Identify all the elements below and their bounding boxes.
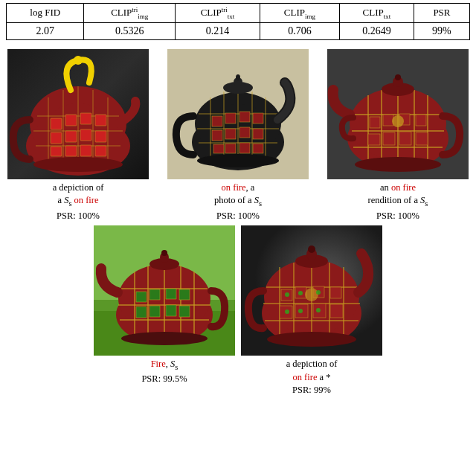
sub-txt2: txt bbox=[384, 12, 391, 19]
psr-5: PSR: 99% bbox=[292, 384, 331, 397]
cell-psr: 99% bbox=[414, 22, 469, 39]
svg-rect-19 bbox=[95, 131, 106, 142]
svg-rect-45 bbox=[239, 127, 250, 138]
images-section: a depiction of a Ss on fire PSR: 100% bbox=[0, 46, 476, 397]
svg-rect-16 bbox=[51, 132, 62, 144]
psr-3: PSR: 100% bbox=[376, 210, 419, 223]
cell-clip-txt: 0.2649 bbox=[339, 22, 414, 39]
svg-rect-46 bbox=[253, 129, 263, 139]
svg-rect-93 bbox=[166, 289, 176, 299]
red-text-4: Fire bbox=[151, 359, 166, 369]
sub-txt: txt bbox=[228, 13, 235, 20]
svg-rect-49 bbox=[239, 143, 250, 153]
teapot-svg-3 bbox=[327, 49, 469, 179]
col-header-clip-img: CLIPimg bbox=[260, 4, 339, 23]
svg-rect-70 bbox=[368, 134, 380, 145]
svg-point-126 bbox=[298, 291, 303, 295]
col-header-clip-txt: CLIPtxt bbox=[339, 4, 414, 23]
image-card-3: an on fire rendition of a Ss PSR: 100% bbox=[327, 49, 469, 222]
svg-rect-123 bbox=[330, 304, 343, 318]
svg-rect-98 bbox=[179, 306, 190, 317]
image-3 bbox=[327, 49, 469, 179]
svg-rect-72 bbox=[399, 132, 411, 145]
red-text-3: on fire bbox=[391, 182, 416, 193]
svg-rect-39 bbox=[212, 116, 222, 126]
image-5 bbox=[241, 225, 382, 356]
svg-rect-20 bbox=[51, 147, 62, 156]
image-row-top: a depiction of a Ss on fire PSR: 100% bbox=[7, 49, 469, 222]
svg-point-37 bbox=[236, 74, 240, 80]
image-1 bbox=[7, 49, 149, 179]
svg-rect-95 bbox=[136, 307, 147, 318]
svg-rect-67 bbox=[383, 115, 393, 126]
teapot-svg-4 bbox=[94, 225, 235, 356]
sub-img2: img bbox=[305, 12, 315, 19]
svg-point-65 bbox=[355, 157, 441, 172]
col-header-logfid: log FID bbox=[7, 4, 84, 23]
svg-rect-71 bbox=[383, 132, 395, 145]
svg-point-11 bbox=[33, 157, 123, 172]
svg-point-127 bbox=[316, 290, 321, 295]
col-header-clip-tri-txt: CLIPtritxt bbox=[176, 4, 260, 23]
svg-rect-42 bbox=[253, 113, 263, 123]
metrics-table: log FID CLIPtriimg CLIPtritxt CLIPimg CL… bbox=[6, 3, 470, 40]
svg-rect-119 bbox=[330, 287, 341, 298]
psr-1: PSR: 100% bbox=[57, 210, 100, 223]
svg-rect-69 bbox=[416, 115, 426, 126]
caption-4: Fire, Ss bbox=[151, 358, 178, 373]
teapot-svg-5 bbox=[241, 225, 382, 356]
svg-point-125 bbox=[285, 292, 289, 297]
svg-rect-44 bbox=[225, 129, 236, 139]
svg-point-124 bbox=[305, 288, 318, 301]
svg-point-130 bbox=[316, 308, 321, 312]
sub-img: img bbox=[138, 13, 148, 20]
svg-point-10 bbox=[74, 56, 83, 65]
svg-point-99 bbox=[121, 332, 208, 345]
svg-point-114 bbox=[308, 246, 315, 253]
svg-rect-12 bbox=[51, 118, 62, 129]
svg-rect-22 bbox=[80, 145, 91, 156]
svg-rect-96 bbox=[149, 306, 160, 317]
red-text-1: on fire bbox=[74, 195, 99, 205]
svg-rect-94 bbox=[179, 289, 190, 300]
svg-rect-50 bbox=[253, 144, 263, 153]
svg-rect-48 bbox=[225, 144, 236, 153]
svg-point-129 bbox=[298, 309, 303, 313]
caption-5: a depiction of on fire a * bbox=[286, 358, 338, 384]
svg-rect-91 bbox=[136, 292, 147, 302]
red-text-2: on fire bbox=[222, 182, 246, 193]
svg-point-128 bbox=[285, 309, 289, 314]
col-header-clip-tri-img: CLIPtriimg bbox=[84, 4, 176, 23]
image-4 bbox=[94, 225, 235, 356]
caption-2: on fire, a photo of a Ss bbox=[214, 182, 262, 210]
col-header-psr: PSR bbox=[414, 4, 469, 23]
image-card-2: on fire, a photo of a Ss PSR: 100% bbox=[167, 49, 309, 222]
svg-point-115 bbox=[267, 332, 356, 347]
svg-rect-47 bbox=[213, 144, 224, 153]
psr-2: PSR: 100% bbox=[216, 210, 260, 223]
image-card-4: Fire, Ss PSR: 99.5% bbox=[94, 225, 235, 397]
svg-rect-21 bbox=[65, 146, 77, 156]
svg-rect-14 bbox=[80, 113, 91, 124]
svg-point-90 bbox=[161, 250, 167, 256]
svg-rect-43 bbox=[212, 130, 222, 141]
table-row: 2.07 0.5326 0.214 0.706 0.2649 99% bbox=[7, 22, 470, 39]
caption-3: an on fire rendition of a Ss bbox=[368, 182, 428, 210]
teapot-svg-2 bbox=[167, 49, 309, 179]
image-card-1: a depiction of a Ss on fire PSR: 100% bbox=[7, 49, 149, 222]
red-text-5: on fire bbox=[292, 372, 317, 382]
svg-rect-40 bbox=[225, 113, 236, 123]
teapot-svg-1 bbox=[7, 49, 149, 179]
svg-rect-13 bbox=[65, 115, 77, 126]
cell-logfid: 2.07 bbox=[7, 22, 84, 39]
metrics-table-section: log FID CLIPtriimg CLIPtritxt CLIPimg CL… bbox=[0, 0, 476, 46]
image-card-5: a depiction of on fire a * PSR: 99% bbox=[241, 225, 382, 397]
svg-rect-17 bbox=[65, 131, 77, 142]
cell-clip-img: 0.706 bbox=[260, 22, 339, 39]
svg-rect-15 bbox=[95, 115, 106, 126]
svg-rect-73 bbox=[416, 132, 428, 145]
svg-rect-23 bbox=[95, 146, 106, 156]
image-2 bbox=[167, 49, 309, 179]
caption-1: a depiction of a Ss on fire bbox=[53, 182, 104, 210]
svg-rect-41 bbox=[239, 112, 250, 122]
